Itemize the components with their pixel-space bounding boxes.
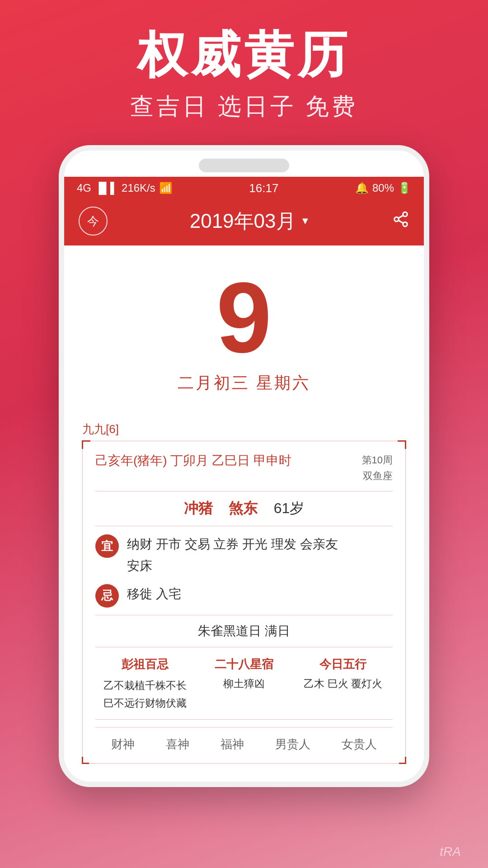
yi-badge: 宜 <box>95 534 119 558</box>
corner-bl <box>82 757 89 764</box>
big-date-area: 9 二月初三 星期六 <box>82 245 406 403</box>
info-card: 己亥年(猪年) 丁卯月 乙巳日 甲申时 第10周 双鱼座 冲猪 煞东 <box>82 441 406 764</box>
svg-line-3 <box>399 220 404 223</box>
divider-4 <box>95 647 393 647</box>
app-header: 今 2019年03月 ▼ <box>64 199 424 245</box>
big-date-number: 9 <box>82 268 406 368</box>
wifi-icon: 📶 <box>159 182 173 194</box>
calendar-content: 9 二月初三 星期六 九九[6] 己亥年(猪年) 丁卯月 乙巳日 甲申时 第10… <box>64 245 424 782</box>
main-title: 权威黄历 <box>0 27 488 82</box>
three-cols: 彭祖百忌 乙不栽植千株不长 巳不远行财物伏藏 二十八星宿 柳土獐凶 今日五行 乙… <box>95 656 393 712</box>
status-left: 4G ▐▌▌ 216K/s 📶 <box>77 182 173 194</box>
svg-line-4 <box>399 215 404 218</box>
age-text: 61岁 <box>274 500 305 516</box>
pengzu-line1: 乙不栽植千株不长 <box>95 677 194 694</box>
ji-row: 忌 移徙 入宅 <box>95 583 393 608</box>
status-time: 16:17 <box>249 181 278 195</box>
footer-xishen: 喜神 <box>166 736 189 752</box>
signal-bars: ▐▌▌ <box>95 182 118 194</box>
ganzhi-text: 己亥年(猪年) 丁卯月 乙巳日 甲申时 <box>95 452 291 469</box>
divider-2 <box>95 526 393 526</box>
footer-row: 财神 喜神 福神 男贵人 女贵人 <box>95 727 393 752</box>
phone-notch-area <box>64 151 424 177</box>
phone-mockup: 4G ▐▌▌ 216K/s 📶 16:17 🔔 80% 🔋 今 2019年03月… <box>0 145 488 787</box>
footer-nanguiren: 男贵人 <box>275 736 310 752</box>
yi-row: 宜 纳财 开市 交易 立券 开光 理发 会亲友安床 <box>95 533 393 576</box>
info-section: 九九[6] 己亥年(猪年) 丁卯月 乙巳日 甲申时 第10周 双鱼座 <box>82 421 406 764</box>
divider-3 <box>95 615 393 615</box>
zhuri-row: 朱雀黑道日 满日 <box>95 623 393 640</box>
pengzu-col: 彭祖百忌 乙不栽植千株不长 巳不远行财物伏藏 <box>95 656 194 712</box>
chong-text: 冲猪 <box>184 500 213 516</box>
status-bar: 4G ▐▌▌ 216K/s 📶 16:17 🔔 80% 🔋 <box>64 177 424 199</box>
chong-row: 冲猪 煞东 61岁 <box>95 499 393 519</box>
footer-nvguiren: 女贵人 <box>342 736 377 752</box>
month-text: 2019年03月 <box>190 208 296 235</box>
pengzu-line2: 巳不远行财物伏藏 <box>95 694 194 712</box>
xiu-title: 二十八星宿 <box>194 656 293 672</box>
share-button[interactable] <box>392 211 409 232</box>
zodiac-text: 双鱼座 <box>362 468 393 484</box>
sha-text: 煞东 <box>229 500 258 516</box>
divider-1 <box>95 491 393 491</box>
battery-text: 80% <box>372 182 394 194</box>
speed-text: 216K/s <box>122 182 155 194</box>
xiu-col: 二十八星宿 柳土獐凶 <box>194 656 293 712</box>
xiu-content: 柳土獐凶 <box>194 677 293 691</box>
ji-badge: 忌 <box>95 584 119 608</box>
week-text: 第10周 <box>362 452 393 468</box>
watermark: tRA <box>440 844 461 859</box>
phone-frame: 4G ▐▌▌ 216K/s 📶 16:17 🔔 80% 🔋 今 2019年03月… <box>59 145 429 787</box>
divider-5 <box>95 719 393 720</box>
footer-fushen: 福神 <box>221 736 244 752</box>
week-zodiac: 第10周 双鱼座 <box>362 452 393 484</box>
signal-icon: 4G <box>77 182 91 194</box>
wuxing-col: 今日五行 乙木 巳火 覆灯火 <box>294 656 393 712</box>
wuxing-content: 乙木 巳火 覆灯火 <box>294 677 393 691</box>
chevron-down-icon: ▼ <box>300 215 310 227</box>
month-selector[interactable]: 2019年03月 ▼ <box>190 208 310 235</box>
jiujiu-label: 九九[6] <box>82 421 406 437</box>
alarm-icon: 🔔 <box>355 182 369 194</box>
footer-caishen: 财神 <box>111 736 135 752</box>
lunar-date-text: 二月初三 星期六 <box>82 372 406 394</box>
yi-text: 纳财 开市 交易 立券 开光 理发 会亲友安床 <box>127 533 338 576</box>
today-label: 今 <box>87 213 99 229</box>
ganzhi-row: 己亥年(猪年) 丁卯月 乙巳日 甲申时 第10周 双鱼座 <box>95 452 393 484</box>
corner-br <box>399 757 406 764</box>
wuxing-title: 今日五行 <box>294 656 393 672</box>
notch <box>199 159 289 172</box>
pengzu-title: 彭祖百忌 <box>95 656 194 672</box>
ji-text: 移徙 入宅 <box>127 583 181 605</box>
battery-icon: 🔋 <box>398 182 411 194</box>
status-right: 🔔 80% 🔋 <box>355 182 411 194</box>
sub-title: 查吉日 选日子 免费 <box>0 91 488 123</box>
today-button[interactable]: 今 <box>79 207 108 236</box>
